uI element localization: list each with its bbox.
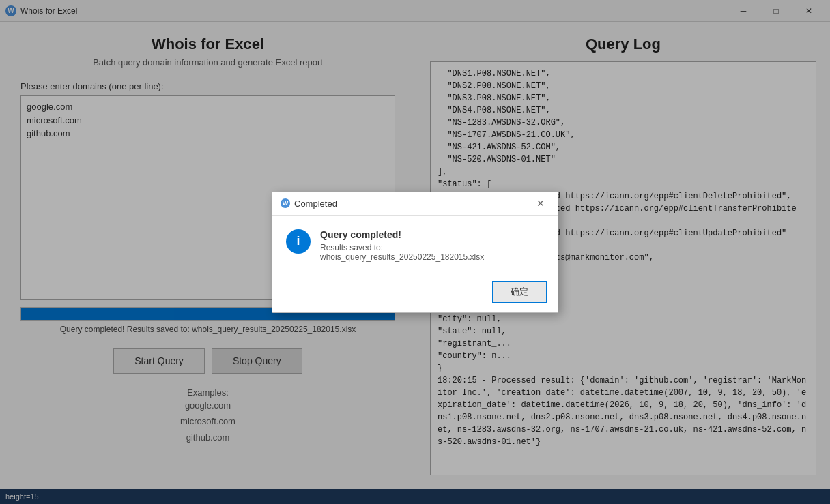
modal-body: i Query completed! Results saved to: who…: [272, 216, 558, 276]
modal-app-icon: W: [281, 198, 290, 208]
modal-message-title: Query completed!: [320, 229, 544, 240]
modal-overlay: W Completed ✕ i Query completed! Results…: [0, 0, 830, 504]
modal-title: Completed: [294, 198, 532, 209]
modal-titlebar: W Completed ✕: [272, 192, 558, 216]
info-icon: i: [286, 229, 311, 254]
modal-close-button[interactable]: ✕: [532, 194, 549, 212]
modal-confirm-button[interactable]: 确定: [492, 281, 547, 303]
modal-message: Query completed! Results saved to: whois…: [320, 229, 544, 262]
modal-message-detail: Results saved to: whois_query_results_20…: [320, 243, 544, 262]
modal-dialog: W Completed ✕ i Query completed! Results…: [272, 192, 558, 313]
modal-footer: 确定: [272, 276, 558, 312]
